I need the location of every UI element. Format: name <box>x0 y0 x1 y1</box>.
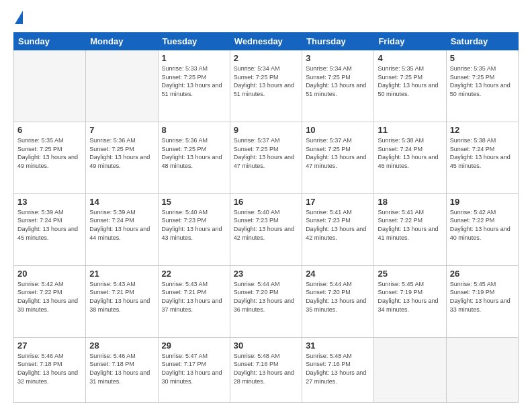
calendar-cell <box>446 337 518 402</box>
calendar-cell: 14Sunrise: 5:39 AM Sunset: 7:24 PM Dayli… <box>86 193 158 265</box>
calendar-cell: 28Sunrise: 5:46 AM Sunset: 7:18 PM Dayli… <box>86 337 158 402</box>
calendar-cell: 24Sunrise: 5:44 AM Sunset: 7:20 PM Dayli… <box>302 265 374 337</box>
calendar-cell: 31Sunrise: 5:48 AM Sunset: 7:16 PM Dayli… <box>302 337 374 402</box>
calendar-cell: 3Sunrise: 5:34 AM Sunset: 7:25 PM Daylig… <box>302 50 374 122</box>
day-number: 4 <box>378 53 442 63</box>
day-info: Sunrise: 5:39 AM Sunset: 7:24 PM Dayligh… <box>17 208 82 242</box>
day-info: Sunrise: 5:40 AM Sunset: 7:23 PM Dayligh… <box>234 208 298 242</box>
day-info: Sunrise: 5:35 AM Sunset: 7:25 PM Dayligh… <box>450 64 515 98</box>
day-info: Sunrise: 5:37 AM Sunset: 7:25 PM Dayligh… <box>306 136 370 170</box>
day-number: 15 <box>162 197 226 207</box>
day-info: Sunrise: 5:44 AM Sunset: 7:20 PM Dayligh… <box>306 280 370 314</box>
day-number: 6 <box>17 125 82 135</box>
weekday-header: Thursday <box>302 33 374 50</box>
day-number: 7 <box>89 125 154 135</box>
day-number: 1 <box>162 53 226 63</box>
calendar-cell: 4Sunrise: 5:35 AM Sunset: 7:25 PM Daylig… <box>374 50 446 122</box>
day-info: Sunrise: 5:46 AM Sunset: 7:18 PM Dayligh… <box>89 352 154 385</box>
day-number: 23 <box>234 269 298 279</box>
day-number: 19 <box>450 197 515 207</box>
day-number: 29 <box>162 340 226 351</box>
weekday-header: Monday <box>86 33 158 50</box>
calendar-cell: 12Sunrise: 5:38 AM Sunset: 7:24 PM Dayli… <box>446 122 518 193</box>
day-info: Sunrise: 5:34 AM Sunset: 7:25 PM Dayligh… <box>306 64 370 98</box>
day-info: Sunrise: 5:47 AM Sunset: 7:17 PM Dayligh… <box>162 352 226 385</box>
calendar-cell: 23Sunrise: 5:44 AM Sunset: 7:20 PM Dayli… <box>230 265 302 337</box>
calendar-cell: 20Sunrise: 5:42 AM Sunset: 7:22 PM Dayli… <box>14 265 86 337</box>
day-number: 24 <box>306 269 370 279</box>
day-number: 16 <box>234 197 298 207</box>
calendar-cell: 27Sunrise: 5:46 AM Sunset: 7:18 PM Dayli… <box>14 337 86 402</box>
day-info: Sunrise: 5:48 AM Sunset: 7:16 PM Dayligh… <box>306 352 370 385</box>
calendar-cell: 19Sunrise: 5:42 AM Sunset: 7:22 PM Dayli… <box>446 193 518 265</box>
day-info: Sunrise: 5:40 AM Sunset: 7:23 PM Dayligh… <box>162 208 226 242</box>
calendar-cell: 10Sunrise: 5:37 AM Sunset: 7:25 PM Dayli… <box>302 122 374 193</box>
calendar-cell: 6Sunrise: 5:35 AM Sunset: 7:25 PM Daylig… <box>14 122 86 193</box>
calendar-cell: 5Sunrise: 5:35 AM Sunset: 7:25 PM Daylig… <box>446 50 518 122</box>
day-info: Sunrise: 5:38 AM Sunset: 7:24 PM Dayligh… <box>450 136 515 170</box>
day-info: Sunrise: 5:44 AM Sunset: 7:20 PM Dayligh… <box>234 280 298 314</box>
day-number: 28 <box>89 340 154 351</box>
calendar-cell: 16Sunrise: 5:40 AM Sunset: 7:23 PM Dayli… <box>230 193 302 265</box>
day-number: 2 <box>234 53 298 63</box>
calendar-cell <box>374 337 446 402</box>
day-number: 21 <box>89 269 154 279</box>
calendar-cell: 22Sunrise: 5:43 AM Sunset: 7:21 PM Dayli… <box>158 265 230 337</box>
calendar-cell: 1Sunrise: 5:33 AM Sunset: 7:25 PM Daylig… <box>158 50 230 122</box>
day-info: Sunrise: 5:37 AM Sunset: 7:25 PM Dayligh… <box>234 136 298 170</box>
day-info: Sunrise: 5:35 AM Sunset: 7:25 PM Dayligh… <box>378 64 442 98</box>
day-number: 5 <box>450 53 515 63</box>
day-info: Sunrise: 5:43 AM Sunset: 7:21 PM Dayligh… <box>162 280 226 314</box>
weekday-header: Wednesday <box>230 33 302 50</box>
calendar-cell: 2Sunrise: 5:34 AM Sunset: 7:25 PM Daylig… <box>230 50 302 122</box>
calendar-cell <box>14 50 86 122</box>
day-info: Sunrise: 5:36 AM Sunset: 7:25 PM Dayligh… <box>89 136 154 170</box>
day-number: 31 <box>306 340 370 351</box>
calendar-cell: 15Sunrise: 5:40 AM Sunset: 7:23 PM Dayli… <box>158 193 230 265</box>
day-number: 3 <box>306 53 370 63</box>
day-info: Sunrise: 5:46 AM Sunset: 7:18 PM Dayligh… <box>17 352 82 385</box>
day-number: 11 <box>378 125 442 135</box>
calendar-cell <box>86 50 158 122</box>
day-info: Sunrise: 5:43 AM Sunset: 7:21 PM Dayligh… <box>89 280 154 314</box>
day-number: 12 <box>450 125 515 135</box>
calendar-cell: 29Sunrise: 5:47 AM Sunset: 7:17 PM Dayli… <box>158 337 230 402</box>
day-number: 30 <box>234 340 298 351</box>
calendar-cell: 25Sunrise: 5:45 AM Sunset: 7:19 PM Dayli… <box>374 265 446 337</box>
day-number: 27 <box>17 340 82 351</box>
calendar-table: SundayMondayTuesdayWednesdayThursdayFrid… <box>13 32 519 403</box>
calendar-week-row: 27Sunrise: 5:46 AM Sunset: 7:18 PM Dayli… <box>14 337 519 402</box>
day-info: Sunrise: 5:41 AM Sunset: 7:23 PM Dayligh… <box>306 208 370 242</box>
page: SundayMondayTuesdayWednesdayThursdayFrid… <box>0 0 532 411</box>
day-info: Sunrise: 5:33 AM Sunset: 7:25 PM Dayligh… <box>162 64 226 98</box>
day-number: 25 <box>378 269 442 279</box>
day-info: Sunrise: 5:38 AM Sunset: 7:24 PM Dayligh… <box>378 136 442 170</box>
weekday-header-row: SundayMondayTuesdayWednesdayThursdayFrid… <box>14 33 519 50</box>
day-info: Sunrise: 5:36 AM Sunset: 7:25 PM Dayligh… <box>162 136 226 170</box>
calendar-cell: 21Sunrise: 5:43 AM Sunset: 7:21 PM Dayli… <box>86 265 158 337</box>
day-number: 14 <box>89 197 154 207</box>
day-number: 8 <box>162 125 226 135</box>
calendar-week-row: 20Sunrise: 5:42 AM Sunset: 7:22 PM Dayli… <box>14 265 519 337</box>
calendar-cell: 7Sunrise: 5:36 AM Sunset: 7:25 PM Daylig… <box>86 122 158 193</box>
calendar-cell: 13Sunrise: 5:39 AM Sunset: 7:24 PM Dayli… <box>14 193 86 265</box>
day-info: Sunrise: 5:42 AM Sunset: 7:22 PM Dayligh… <box>17 280 82 314</box>
day-number: 18 <box>378 197 442 207</box>
day-number: 9 <box>234 125 298 135</box>
weekday-header: Sunday <box>14 33 86 50</box>
weekday-header: Tuesday <box>158 33 230 50</box>
calendar-week-row: 6Sunrise: 5:35 AM Sunset: 7:25 PM Daylig… <box>14 122 519 193</box>
calendar-cell: 30Sunrise: 5:48 AM Sunset: 7:16 PM Dayli… <box>230 337 302 402</box>
calendar-week-row: 1Sunrise: 5:33 AM Sunset: 7:25 PM Daylig… <box>14 50 519 122</box>
weekday-header: Saturday <box>446 33 518 50</box>
calendar-cell: 9Sunrise: 5:37 AM Sunset: 7:25 PM Daylig… <box>230 122 302 193</box>
day-number: 17 <box>306 197 370 207</box>
day-info: Sunrise: 5:34 AM Sunset: 7:25 PM Dayligh… <box>234 64 298 98</box>
calendar-week-row: 13Sunrise: 5:39 AM Sunset: 7:24 PM Dayli… <box>14 193 519 265</box>
day-info: Sunrise: 5:45 AM Sunset: 7:19 PM Dayligh… <box>450 280 515 314</box>
header <box>13 11 519 26</box>
weekday-header: Friday <box>374 33 446 50</box>
day-number: 26 <box>450 269 515 279</box>
calendar-cell: 26Sunrise: 5:45 AM Sunset: 7:19 PM Dayli… <box>446 265 518 337</box>
day-number: 13 <box>17 197 82 207</box>
